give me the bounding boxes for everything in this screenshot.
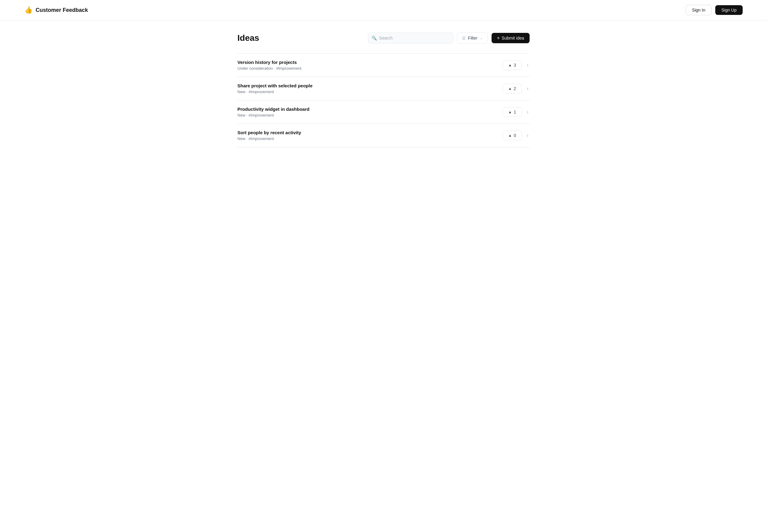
vote-count: 0 xyxy=(514,133,516,138)
idea-content: Productivity widget in dashboard New · #… xyxy=(237,107,503,117)
filter-button[interactable]: ☰ Filter ⌄ xyxy=(457,33,488,44)
idea-actions: ▲ 2 › xyxy=(503,84,530,93)
page-title: Ideas xyxy=(237,33,259,43)
chevron-right-icon[interactable]: › xyxy=(526,61,530,69)
idea-actions: ▲ 0 › xyxy=(503,131,530,140)
sign-in-button[interactable]: Sign In xyxy=(686,5,712,15)
search-icon: 🔍 xyxy=(372,36,377,40)
idea-content: Version history for projects Under consi… xyxy=(237,60,503,71)
idea-meta: New · #Improvement xyxy=(237,113,503,117)
idea-title: Productivity widget in dashboard xyxy=(237,107,503,112)
vote-button[interactable]: ▲ 1 xyxy=(503,107,522,117)
idea-title: Sort people by recent activity xyxy=(237,130,503,135)
upvote-icon: ▲ xyxy=(508,86,512,91)
idea-meta: Under consideration · #Improvement xyxy=(237,66,503,71)
vote-button[interactable]: ▲ 3 xyxy=(503,60,522,70)
toolbar-right: 🔍 ☰ Filter ⌄ + Submit idea xyxy=(368,33,530,44)
vote-button[interactable]: ▲ 2 xyxy=(503,84,522,93)
submit-idea-label: Submit idea xyxy=(502,36,524,40)
idea-item: Share project with selected people New ·… xyxy=(237,77,530,100)
filter-label: Filter xyxy=(468,36,478,40)
vote-button[interactable]: ▲ 0 xyxy=(503,131,522,140)
vote-count: 1 xyxy=(514,110,516,114)
vote-count: 2 xyxy=(514,86,516,91)
vote-count: 3 xyxy=(514,63,516,68)
idea-meta: New · #Improvement xyxy=(237,89,503,94)
upvote-icon: ▲ xyxy=(508,63,512,67)
upvote-icon: ▲ xyxy=(508,110,512,114)
idea-title: Share project with selected people xyxy=(237,83,503,88)
brand-name: Customer Feedback xyxy=(36,7,88,13)
chevron-down-icon: ⌄ xyxy=(480,36,483,40)
upvote-icon: ▲ xyxy=(508,133,512,138)
chevron-right-icon[interactable]: › xyxy=(526,85,530,93)
search-input[interactable] xyxy=(368,33,453,44)
brand-icon: 👍 xyxy=(24,6,33,14)
idea-actions: ▲ 1 › xyxy=(503,107,530,117)
idea-title: Version history for projects xyxy=(237,60,503,65)
idea-actions: ▲ 3 › xyxy=(503,60,530,70)
idea-item: Productivity widget in dashboard New · #… xyxy=(237,100,530,124)
main-content: Ideas 🔍 ☰ Filter ⌄ + Submit idea Version… xyxy=(231,20,536,159)
idea-content: Share project with selected people New ·… xyxy=(237,83,503,94)
idea-meta: New · #Improvement xyxy=(237,136,503,141)
plus-icon: + xyxy=(497,36,500,40)
idea-content: Sort people by recent activity New · #Im… xyxy=(237,130,503,141)
search-wrapper: 🔍 xyxy=(368,33,453,44)
idea-item: Version history for projects Under consi… xyxy=(237,54,530,77)
chevron-right-icon[interactable]: › xyxy=(526,108,530,116)
sign-up-button[interactable]: Sign Up xyxy=(715,5,743,15)
toolbar: Ideas 🔍 ☰ Filter ⌄ + Submit idea xyxy=(237,33,530,44)
header-actions: Sign In Sign Up xyxy=(686,5,743,15)
header: 👍 Customer Feedback Sign In Sign Up xyxy=(0,0,767,20)
filter-icon: ☰ xyxy=(462,36,466,40)
idea-item: Sort people by recent activity New · #Im… xyxy=(237,124,530,147)
ideas-list: Version history for projects Under consi… xyxy=(237,53,530,147)
submit-idea-button[interactable]: + Submit idea xyxy=(492,33,530,43)
chevron-right-icon[interactable]: › xyxy=(526,131,530,139)
brand: 👍 Customer Feedback xyxy=(24,6,88,14)
